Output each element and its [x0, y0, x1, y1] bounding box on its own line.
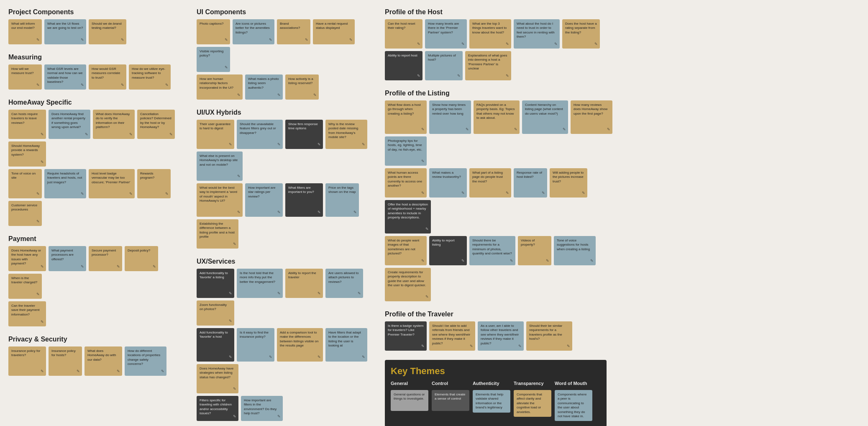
card-privacy-2[interactable]: Insurance policy for hosts? ✎: [49, 346, 82, 376]
card-traveler-2[interactable]: Should I be able to add referrals from f…: [429, 321, 475, 351]
card-homeaway-4[interactable]: Cancellation policies? Determined by the…: [137, 110, 175, 139]
kt-card-control[interactable]: Elements that create a sense of control: [432, 390, 469, 411]
card-homeaway-7[interactable]: Require headshots of travelers and hosts…: [44, 169, 86, 198]
card-listing-11[interactable]: Will adding people to the pictures incre…: [550, 168, 587, 198]
card-listing-1[interactable]: What flow does a host go through when cr…: [385, 100, 427, 134]
card-listing-9[interactable]: What part of a listing page do people tr…: [469, 168, 511, 198]
card-homeaway-1[interactable]: Can hosts require travelers to leave rev…: [8, 110, 46, 139]
card-listing-13[interactable]: What do people want images of that somet…: [385, 236, 427, 265]
card-ui-8[interactable]: How actively is a listing reserved? ✎: [285, 74, 319, 100]
card-listing-3[interactable]: FAQs provided on a property basis. Eg: T…: [474, 100, 520, 134]
section-title-traveler: Profile of the Traveler: [385, 311, 615, 318]
card-homeaway-5[interactable]: Should HomeAway provide a rewards system…: [8, 141, 46, 167]
card-host-1[interactable]: Can the host reset their rating? ✎: [385, 19, 422, 49]
card-listing-12[interactable]: Offer the host a description of neighbor…: [385, 200, 431, 234]
card-measuring-1[interactable]: How will we measure trust? ✎: [8, 64, 42, 90]
card-ui-7[interactable]: What makes a photo listing seem authenti…: [245, 74, 283, 100]
card-payment-2[interactable]: What payment processors are offered? ✎: [49, 246, 86, 271]
card-homeaway-10[interactable]: Customer service procedures ✎: [8, 201, 42, 226]
card-homeaway-3[interactable]: What does HomeAway do to verify the info…: [93, 110, 135, 139]
host-cards-row2: Ability to report host ✎ Multiple pictur…: [385, 51, 615, 80]
card-ui-5[interactable]: Visible reporting policy? ✎: [197, 47, 230, 72]
card-host-5[interactable]: Does the host have a rating separate fro…: [562, 19, 600, 49]
card-uiux-4[interactable]: Why is the review posted date missing fr…: [325, 120, 367, 149]
card-ux-2[interactable]: Is the host told that the more info they…: [237, 269, 283, 298]
card-homeaway-9[interactable]: Rewards program? ✎: [137, 169, 171, 198]
card-ux-3[interactable]: Ability to report the traveler ✎: [285, 269, 323, 298]
kt-card-general[interactable]: General questions or things to investiga…: [391, 390, 428, 411]
card-ui-4[interactable]: Have a rental request status displayed ✎: [313, 19, 355, 44]
card-ux-9[interactable]: Have filters that adapt to the location …: [325, 328, 367, 362]
card-measuring-3[interactable]: How would GSR measures correlate to trus…: [89, 64, 126, 90]
card-payment-5[interactable]: When is the traveler charged? ✎: [8, 274, 42, 299]
card-listing-16[interactable]: Videos of property? ✎: [518, 236, 551, 265]
card-uiux-6[interactable]: What would be the best way to implement …: [197, 183, 243, 217]
card-listing-4[interactable]: Content hierarchy on listing page (what …: [522, 100, 568, 134]
card-host-4[interactable]: What about the host do I need to trust i…: [514, 19, 560, 49]
card-privacy-1[interactable]: Insurance policy for travelers? ✎: [8, 346, 46, 376]
card-listing-18[interactable]: Create requirements for property descrip…: [385, 268, 431, 301]
card-host-3[interactable]: What are the top 3 things travelers want…: [469, 19, 511, 49]
card-ui-1[interactable]: Photo captions? ✎: [197, 19, 230, 44]
card-payment-3[interactable]: Secure payment processor? ✎: [89, 246, 122, 271]
card-host-2[interactable]: How many levels are there in the 'Premie…: [425, 19, 467, 49]
card-host-8[interactable]: Explanations of what goes into deeming a…: [465, 51, 511, 80]
kt-card-transparency[interactable]: Components that affect clarity and allev…: [514, 390, 551, 417]
card-listing-2[interactable]: Show how many times a property has been …: [429, 100, 471, 134]
card-ux-10[interactable]: Does HomeAway have strategies when listi…: [197, 364, 238, 393]
card-listing-5[interactable]: How many reviews does HomeAway show upon…: [571, 100, 612, 134]
card-uiux-10[interactable]: Establishing the difference between a li…: [197, 219, 238, 249]
card-listing-14[interactable]: Ability to report listing ✎: [429, 236, 467, 265]
card-project-1[interactable]: What will inform our end model? ✎: [8, 19, 42, 44]
card-ux-6[interactable]: Add functionality to 'favorite' a host ✎: [197, 328, 234, 362]
card-ui-3[interactable]: Brand associations? ✎: [277, 19, 310, 44]
card-measuring-2[interactable]: What GSR levels are normal and how can w…: [44, 64, 86, 90]
card-project-2[interactable]: What are the UI flows we are going to te…: [44, 19, 86, 44]
card-uiux-2[interactable]: Should the unavailable feature filters g…: [237, 120, 283, 149]
card-privacy-3[interactable]: What does HomeAway do with our data? ✎: [84, 346, 122, 376]
card-listing-8[interactable]: What makes a review trustworthy? ✎: [429, 168, 467, 198]
card-ux-12[interactable]: How important are filters in the environ…: [241, 396, 283, 421]
card-ux-7[interactable]: Is it easy to find the insurance policy?…: [237, 328, 274, 362]
listing-cards-row3: What do people want images of that somet…: [385, 236, 615, 301]
card-traveler-4[interactable]: Should their be similar requirements for…: [526, 321, 572, 351]
card-ux-8[interactable]: Add a comparison tool to make the differ…: [277, 328, 323, 362]
card-host-7[interactable]: Multiple pictures of host? ✎: [425, 51, 463, 80]
ux-cards-row3: Filters specific for traveling with chil…: [197, 396, 372, 421]
card-homeaway-6[interactable]: Tone of voice on site ✎: [8, 169, 42, 198]
kt-card-wordofmouth[interactable]: Components where a peer is communicating…: [555, 390, 592, 421]
card-homeaway-2[interactable]: Does HomeAway find another rental proper…: [49, 110, 90, 139]
card-uiux-7[interactable]: How important are star ratings per revie…: [245, 183, 283, 217]
card-ux-4[interactable]: Are users allowed to attach pictures to …: [325, 269, 363, 298]
card-privacy-4[interactable]: How do different locations of properties…: [125, 346, 166, 376]
homeaway-cards-row1: Can hosts require travelers to leave rev…: [8, 110, 184, 167]
card-ux-11[interactable]: Filters specific for traveling with chil…: [197, 396, 238, 421]
card-traveler-3[interactable]: As a user, am I able to follow other tra…: [478, 321, 524, 351]
card-ux-5[interactable]: Zoom functionality on photos? ✎: [197, 300, 234, 326]
card-payment-6[interactable]: Can the traveler save their payment info…: [8, 301, 46, 326]
payment-cards-row2: Can the traveler save their payment info…: [8, 301, 184, 326]
card-measuring-4[interactable]: How do we utilize eye-tracking software …: [129, 64, 171, 90]
card-listing-17[interactable]: Tone of voice suggestions for hosts when…: [554, 236, 596, 265]
card-host-6[interactable]: Ability to report host ✎: [385, 51, 422, 80]
card-uiux-9[interactable]: Price on the tags shown on the map ✎: [325, 183, 359, 217]
card-ux-1[interactable]: Add functionality to 'favorite' a listin…: [197, 269, 234, 298]
card-uiux-1[interactable]: Their user guarantee is hard to digest ✎: [197, 120, 234, 149]
card-uiux-8[interactable]: What filters are important to you? ✎: [285, 183, 323, 217]
card-payment-4[interactable]: Deposit policy? ✎: [125, 246, 158, 271]
key-themes-title: Key Themes: [391, 366, 601, 377]
card-listing-7[interactable]: What human access points are there curre…: [385, 168, 427, 198]
section-title-payment: Payment: [8, 235, 184, 243]
kt-card-authenticity[interactable]: Elements that help validate shared infor…: [473, 390, 510, 413]
card-listing-6[interactable]: Photography tips for hosts, eg. lighting…: [385, 136, 427, 166]
card-payment-1[interactable]: Does HomeAway or the host have any issue…: [8, 246, 46, 271]
card-listing-10[interactable]: Response rate of host listed? ✎: [514, 168, 547, 198]
card-homeaway-8[interactable]: Host level badge vernacular may be too o…: [89, 169, 135, 198]
card-uiux-3[interactable]: Show firm response time options ✎: [285, 120, 323, 149]
card-listing-15[interactable]: Should there be requirements for a minim…: [469, 236, 515, 265]
card-uiux-5[interactable]: What else is present on HomeAway's deskt…: [197, 151, 243, 181]
card-project-3[interactable]: Should we de-brand testing material? ✎: [89, 19, 126, 44]
card-ui-6[interactable]: How are human relationship factors incor…: [197, 74, 243, 100]
card-traveler-1[interactable]: Is there a badge system for travelers? L…: [385, 321, 427, 351]
card-ui-2[interactable]: Are icons or pictures better for the ame…: [233, 19, 274, 44]
